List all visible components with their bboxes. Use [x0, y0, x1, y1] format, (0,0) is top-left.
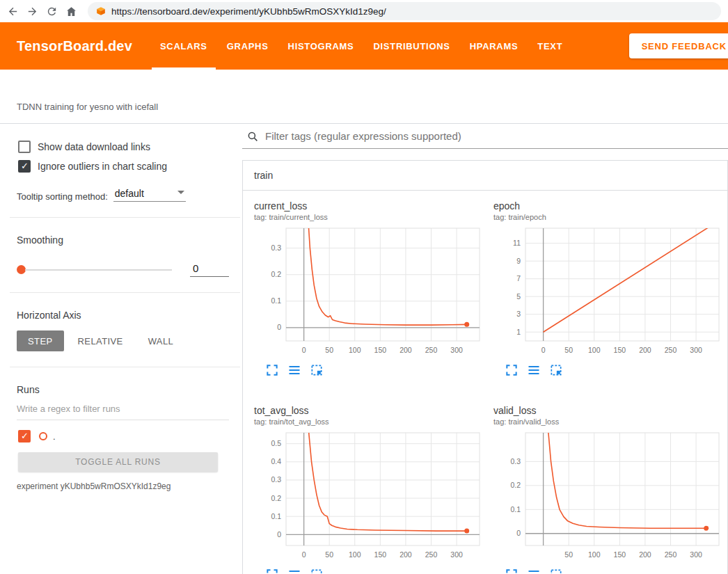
ignore-outliers-checkbox[interactable]: Ignore outliers in chart scaling: [18, 160, 229, 173]
axis-step-button[interactable]: STEP: [17, 330, 64, 351]
runs-label: Runs: [17, 384, 229, 395]
toggle-all-runs-button[interactable]: TOGGLE ALL RUNS: [18, 452, 218, 472]
log-y-axis-icon[interactable]: [287, 363, 301, 377]
chart-card: valid_loss tag: train/valid_loss 5010015…: [493, 405, 723, 574]
tooltip-sorting-select[interactable]: default: [113, 188, 186, 202]
send-feedback-button[interactable]: SEND FEEDBACK: [629, 33, 728, 58]
app-header: TensorBoard.dev SCALARS GRAPHS HISTOGRAM…: [0, 22, 728, 70]
tab-text[interactable]: TEXT: [528, 22, 572, 70]
fit-domain-icon[interactable]: [549, 568, 563, 574]
svg-text:200: 200: [639, 346, 651, 354]
tooltip-sorting-label: Tooltip sorting method:: [17, 191, 108, 202]
chart-tag: tag: train/valid_loss: [493, 417, 723, 426]
svg-text:0: 0: [516, 529, 521, 537]
checkbox-unchecked-icon: [18, 141, 31, 153]
svg-text:100: 100: [349, 346, 361, 354]
experiment-description: TDNN training for yesno with icefall: [17, 102, 158, 112]
svg-text:300: 300: [450, 550, 463, 559]
svg-text:150: 150: [614, 550, 626, 559]
back-icon[interactable]: [4, 3, 21, 19]
expand-chart-icon[interactable]: [505, 568, 519, 574]
charts-grid: current_loss tag: train/current_loss 050…: [243, 191, 727, 574]
reload-icon[interactable]: [43, 3, 60, 19]
runs-filter: [17, 401, 229, 420]
tab-hparams[interactable]: HPARAMS: [460, 22, 528, 70]
log-y-axis-icon[interactable]: [527, 363, 541, 377]
checkbox-checked-icon: [18, 160, 31, 173]
svg-text:0.2: 0.2: [510, 481, 521, 489]
address-bar[interactable]: https://tensorboard.dev/experiment/yKUbh…: [88, 2, 721, 20]
svg-text:0.2: 0.2: [271, 270, 281, 278]
home-icon[interactable]: [63, 3, 79, 19]
chart-card: current_loss tag: train/current_loss 050…: [254, 200, 484, 377]
fit-domain-icon[interactable]: [310, 568, 324, 574]
chart-toolbar: [505, 568, 723, 574]
expand-chart-icon[interactable]: [265, 568, 279, 574]
svg-text:0: 0: [302, 346, 306, 354]
expand-chart-icon[interactable]: [265, 363, 279, 377]
line-chart[interactable]: 05010015020025030000.10.20.3: [254, 224, 484, 362]
svg-text:3: 3: [516, 310, 521, 318]
svg-text:9: 9: [516, 257, 521, 265]
log-y-axis-icon[interactable]: [287, 568, 301, 574]
chart-toolbar: [505, 363, 723, 377]
axis-relative-button[interactable]: RELATIVE: [67, 330, 134, 351]
chart-title: current_loss: [254, 200, 484, 212]
svg-text:1: 1: [516, 328, 521, 336]
svg-text:200: 200: [399, 346, 412, 354]
run-checkbox[interactable]: [18, 430, 31, 443]
chart-tag: tag: train/epoch: [493, 213, 723, 221]
svg-text:0: 0: [277, 530, 281, 539]
tag-filter-input[interactable]: [265, 130, 728, 142]
smoothing-value[interactable]: 0: [190, 262, 229, 277]
checkbox-label: Show data download links: [38, 141, 150, 152]
svg-text:100: 100: [588, 346, 601, 354]
svg-text:0.1: 0.1: [510, 505, 521, 513]
screen: https://tensorboard.dev/experiment/yKUbh…: [0, 0, 728, 574]
tag-filter-row: [242, 124, 728, 149]
tooltip-sorting-row: Tooltip sorting method: default: [17, 188, 229, 202]
content: Show data download links Ignore outliers…: [0, 124, 728, 574]
svg-text:300: 300: [690, 346, 702, 354]
tab-scalars[interactable]: SCALARS: [150, 22, 217, 70]
horizontal-axis-buttons: STEP RELATIVE WALL: [17, 330, 229, 351]
fit-domain-icon[interactable]: [549, 363, 563, 377]
svg-text:200: 200: [639, 550, 651, 559]
brand-logo[interactable]: TensorBoard.dev: [17, 38, 132, 54]
smoothing-slider[interactable]: [25, 269, 172, 271]
svg-text:0: 0: [302, 550, 306, 559]
log-y-axis-icon[interactable]: [527, 568, 541, 574]
chart-card: epoch tag: train/epoch 05010015020025030…: [493, 200, 723, 377]
svg-text:100: 100: [588, 550, 601, 559]
svg-text:250: 250: [425, 550, 438, 559]
chart-toolbar: [265, 363, 484, 377]
line-chart[interactable]: 0501001502002503001357911: [493, 224, 723, 362]
axis-wall-button[interactable]: WALL: [137, 330, 185, 351]
tensorboard-favicon-icon: [96, 6, 106, 16]
svg-text:50: 50: [325, 346, 333, 354]
svg-text:150: 150: [614, 346, 626, 354]
tab-histograms[interactable]: HISTOGRAMS: [278, 22, 364, 70]
svg-text:11: 11: [513, 239, 521, 247]
svg-text:250: 250: [665, 346, 677, 354]
divider: [10, 367, 240, 367]
svg-text:0: 0: [541, 346, 546, 354]
svg-text:0.1: 0.1: [271, 512, 281, 520]
svg-text:300: 300: [450, 346, 463, 354]
section-title[interactable]: train: [243, 161, 727, 191]
expand-chart-icon[interactable]: [505, 363, 519, 377]
fit-domain-icon[interactable]: [310, 363, 324, 377]
run-color-swatch-icon[interactable]: [39, 432, 47, 440]
svg-text:150: 150: [374, 346, 387, 354]
tab-graphs[interactable]: GRAPHS: [217, 22, 278, 70]
svg-text:0: 0: [277, 323, 281, 331]
line-chart[interactable]: 05010015020025030000.10.20.30.40.5: [254, 429, 484, 566]
runs-regex-input[interactable]: [17, 401, 229, 420]
show-download-links-checkbox[interactable]: Show data download links: [18, 141, 229, 153]
horizontal-axis-label: Horizontal Axis: [17, 310, 229, 321]
forward-icon[interactable]: [24, 3, 40, 19]
tab-distributions[interactable]: DISTRIBUTIONS: [363, 22, 459, 70]
dropdown-caret-icon: [177, 191, 184, 194]
line-chart[interactable]: 5010015020025030000.10.20.3: [493, 429, 723, 566]
nav-tabs: SCALARS GRAPHS HISTOGRAMS DISTRIBUTIONS …: [150, 22, 572, 70]
